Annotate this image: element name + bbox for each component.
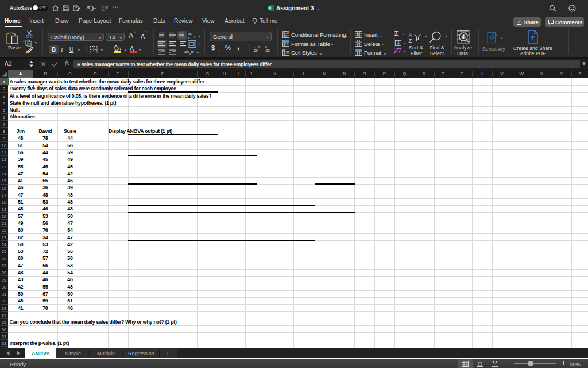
svg-text:c: c xyxy=(188,35,191,39)
svg-text:.00: .00 xyxy=(253,49,258,52)
svg-text:ab: ab xyxy=(184,49,189,53)
svg-text:Z: Z xyxy=(409,37,412,44)
svg-text:.00: .00 xyxy=(265,49,270,52)
